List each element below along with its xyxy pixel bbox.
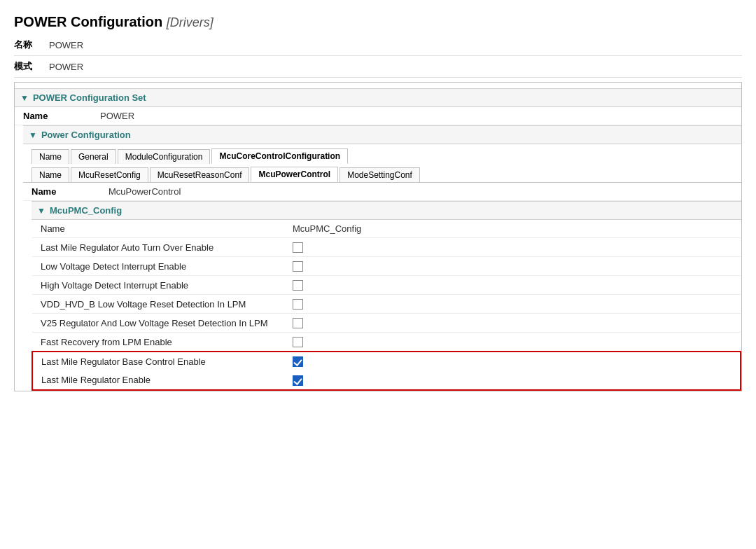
meta-mode-row: 模式 POWER	[14, 60, 742, 78]
config-set-name-value: POWER	[100, 111, 134, 121]
config-set-name-label: Name	[23, 111, 93, 121]
mode-value: POWER	[49, 62, 83, 72]
power-config-set-header[interactable]: ▼ POWER Configuration Set	[15, 88, 741, 107]
checkbox-7[interactable]	[293, 375, 303, 386]
mcupowercontrol-value: McuPowerControl	[108, 186, 181, 197]
inner-tab-mcuresetconfig[interactable]: McuResetConfig	[71, 167, 148, 182]
power-config-tabs: NameGeneralModuleConfigurationMcuCoreCon…	[23, 144, 741, 164]
mode-label: 模式	[14, 60, 42, 73]
prop-label: Low Voltage Detect Interrupt Enable	[32, 257, 284, 276]
mcupmc-property-table: Name McuPMC_Config Last Mile Regulator A…	[31, 220, 741, 391]
title-text: POWER Configuration	[14, 14, 162, 29]
prop-label: Last Mile Regulator Base Control Enable	[32, 352, 284, 370]
prop-checkbox-cell	[284, 238, 741, 257]
checkbox-3[interactable]	[293, 299, 303, 310]
chevron-icon-3: ▼	[37, 206, 46, 216]
table-row: VDD_HVD_B Low Voltage Reset Detection In…	[32, 295, 741, 314]
title-subtitle: [Drivers]	[167, 15, 214, 29]
prop-checkbox-cell	[284, 276, 741, 295]
checkbox-1[interactable]	[293, 261, 303, 272]
checkbox-0[interactable]	[293, 242, 303, 253]
page-title: POWER Configuration [Drivers]	[14, 14, 742, 30]
tab-mcucorecontrolconfiguration[interactable]: McuCoreControlConfiguration	[211, 148, 348, 164]
meta-name-row: 名称 POWER	[14, 39, 742, 56]
tab-general[interactable]: General	[71, 149, 116, 164]
checkbox-6[interactable]	[293, 356, 303, 367]
checkbox-2[interactable]	[293, 280, 303, 291]
prop-value: McuPMC_Config	[284, 220, 741, 238]
table-row: Fast Recovery from LPM Enable	[32, 333, 741, 352]
table-row: Name McuPMC_Config	[32, 220, 741, 238]
power-config-set-block: ▼ POWER Configuration Set Name POWER ▼ P…	[14, 82, 742, 391]
prop-checkbox-cell	[284, 295, 741, 314]
prop-label: Fast Recovery from LPM Enable	[32, 333, 284, 352]
prop-checkbox-cell	[284, 333, 741, 352]
power-config-set-name-row: Name POWER	[15, 107, 741, 125]
name-value: POWER	[49, 40, 83, 50]
inner-tab-mcuresetreasonconf[interactable]: McuResetReasonConf	[150, 167, 250, 182]
power-configuration-section: ▼ Power Configuration NameGeneralModuleC…	[23, 125, 741, 391]
power-configuration-header[interactable]: ▼ Power Configuration	[23, 125, 741, 144]
table-row: Last Mile Regulator Enable	[32, 370, 741, 389]
prop-label: V25 Regulator And Low Voltage Reset Dete…	[32, 314, 284, 333]
checkbox-5[interactable]	[293, 337, 303, 347]
table-row: Last Mile Regulator Base Control Enable	[32, 352, 741, 370]
table-row: Last Mile Regulator Auto Turn Over Enabl…	[32, 238, 741, 257]
mcupmc-title: McuPMC_Config	[50, 205, 122, 216]
mcupowercontrol-label: Name	[31, 186, 102, 197]
inner-tab-mcupowercontrol[interactable]: McuPowerControl	[251, 167, 338, 182]
checkbox-4[interactable]	[293, 318, 303, 328]
prop-label: Name	[32, 220, 284, 238]
prop-label: Last Mile Regulator Enable	[32, 370, 284, 389]
mcupmc-section: ▼ McuPMC_Config Name McuPMC_Config Last …	[31, 201, 741, 391]
prop-label: Last Mile Regulator Auto Turn Over Enabl…	[32, 238, 284, 257]
mcupmc-header[interactable]: ▼ McuPMC_Config	[31, 201, 741, 220]
table-row: Low Voltage Detect Interrupt Enable	[32, 257, 741, 276]
inner-tab-name[interactable]: Name	[31, 167, 69, 182]
prop-label: High Voltage Detect Interrupt Enable	[32, 276, 284, 295]
power-configuration-title: Power Configuration	[41, 130, 131, 140]
prop-label: VDD_HVD_B Low Voltage Reset Detection In…	[32, 295, 284, 314]
name-label: 名称	[14, 39, 42, 51]
table-row: V25 Regulator And Low Voltage Reset Dete…	[32, 314, 741, 333]
tab-moduleconfiguration[interactable]: ModuleConfiguration	[118, 149, 211, 164]
table-row: High Voltage Detect Interrupt Enable	[32, 276, 741, 295]
prop-checkbox-cell	[284, 352, 741, 370]
prop-checkbox-cell	[284, 257, 741, 276]
prop-checkbox-cell	[284, 370, 741, 389]
mcupowercontrol-name-row: Name McuPowerControl	[23, 183, 741, 201]
chevron-icon-2: ▼	[29, 130, 37, 140]
inner-tab-modesettingconf[interactable]: ModeSettingConf	[340, 167, 420, 182]
prop-checkbox-cell	[284, 314, 741, 333]
chevron-icon: ▼	[20, 93, 29, 103]
tab-name[interactable]: Name	[31, 149, 69, 164]
power-config-set-title: POWER Configuration Set	[33, 92, 146, 103]
inner-tabs-row: NameMcuResetConfigMcuResetReasonConfMcuP…	[23, 164, 741, 183]
